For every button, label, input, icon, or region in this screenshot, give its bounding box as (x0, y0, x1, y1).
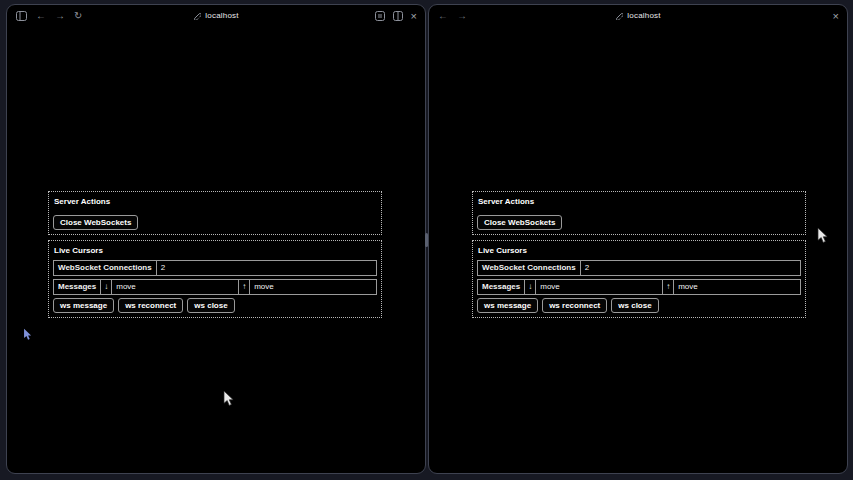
ws-buttons-row: ws message ws reconnect ws close (477, 298, 801, 313)
close-icon[interactable]: × (833, 11, 839, 21)
titlebar: ← → localhost × (429, 5, 847, 26)
connections-row: WebSocket Connections 2 (53, 260, 377, 276)
titlebar: ← → ↻ localhost × (7, 5, 425, 26)
close-websockets-button[interactable]: Close WebSockets (477, 215, 562, 230)
connections-label: WebSocket Connections (478, 261, 581, 275)
reader-icon[interactable] (375, 11, 385, 21)
url-text: localhost (627, 11, 660, 20)
window-resize-handle[interactable] (425, 233, 428, 247)
ws-close-button[interactable]: ws close (187, 298, 234, 313)
close-icon[interactable]: × (411, 11, 417, 21)
forward-icon[interactable]: → (457, 11, 467, 21)
titlebar-right-controls: × (375, 5, 417, 26)
incoming-arrow-icon: ↓ (101, 280, 112, 294)
ws-buttons-row: ws message ws reconnect ws close (53, 298, 377, 313)
messages-row: Messages ↓ move ↑ move (53, 279, 377, 295)
ws-message-button[interactable]: ws message (53, 298, 114, 313)
titlebar-left-controls: ← → (438, 5, 467, 26)
connections-count: 2 (157, 261, 376, 275)
outgoing-arrow-icon: ↑ (239, 280, 250, 294)
forward-icon[interactable]: → (55, 11, 65, 21)
page-content: Server Actions Close WebSockets Live Cur… (429, 26, 847, 473)
live-cursors-panel: Live Cursors WebSocket Connections 2 Mes… (48, 240, 382, 318)
sidebar-toggle-icon[interactable] (16, 11, 27, 21)
ws-reconnect-button[interactable]: ws reconnect (542, 298, 607, 313)
titlebar-left-controls: ← → ↻ (16, 5, 82, 26)
live-cursors-title: Live Cursors (478, 246, 801, 256)
link-icon (615, 12, 623, 20)
messages-label: Messages (54, 280, 101, 294)
url-text: localhost (205, 11, 238, 20)
incoming-message: move (112, 280, 239, 294)
live-cursors-panel: Live Cursors WebSocket Connections 2 Mes… (472, 240, 806, 318)
live-cursors-title: Live Cursors (54, 246, 377, 256)
back-icon[interactable]: ← (438, 11, 448, 21)
messages-row: Messages ↓ move ↑ move (477, 279, 801, 295)
outgoing-message: move (250, 280, 376, 294)
incoming-message: move (536, 280, 663, 294)
server-actions-title: Server Actions (478, 197, 801, 207)
address-display[interactable]: localhost (429, 5, 847, 26)
incoming-arrow-icon: ↓ (525, 280, 536, 294)
browser-window-right: ← → localhost × Server Actions Close Web… (428, 4, 848, 474)
ws-message-button[interactable]: ws message (477, 298, 538, 313)
outgoing-message: move (674, 280, 800, 294)
titlebar-right-controls: × (833, 5, 839, 26)
page-content: Server Actions Close WebSockets Live Cur… (7, 26, 425, 473)
back-icon[interactable]: ← (36, 11, 46, 21)
connections-row: WebSocket Connections 2 (477, 260, 801, 276)
ws-close-button[interactable]: ws close (611, 298, 658, 313)
outgoing-arrow-icon: ↑ (663, 280, 674, 294)
connections-label: WebSocket Connections (54, 261, 157, 275)
server-actions-title: Server Actions (54, 197, 377, 207)
browser-window-left: ← → ↻ localhost × Server Actions Close W… (6, 4, 426, 474)
server-actions-panel: Server Actions Close WebSockets (48, 191, 382, 235)
reload-icon[interactable]: ↻ (74, 11, 82, 21)
connections-count: 2 (581, 261, 800, 275)
messages-label: Messages (478, 280, 525, 294)
server-actions-panel: Server Actions Close WebSockets (472, 191, 806, 235)
close-websockets-button[interactable]: Close WebSockets (53, 215, 138, 230)
link-icon (193, 12, 201, 20)
split-view-icon[interactable] (393, 11, 403, 21)
ws-reconnect-button[interactable]: ws reconnect (118, 298, 183, 313)
